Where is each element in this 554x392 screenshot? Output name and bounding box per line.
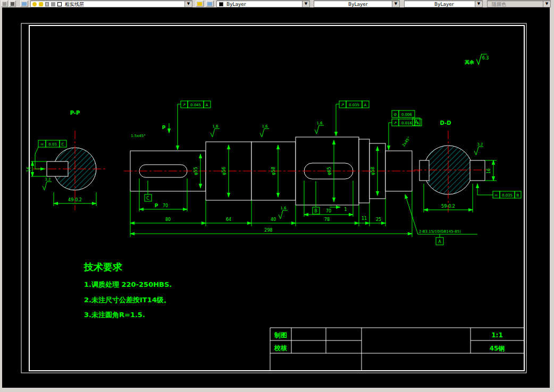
chevron-down-icon[interactable]: ▼ [302,1,309,7]
layer-combo-value: 粗实线层 [65,1,84,7]
roughness-value: 3.2 [45,177,51,182]
keyway-profile [470,160,485,181]
keyway-width-value: 16 [486,168,491,174]
cad-drawing[interactable]: 制图 校核 1:1 45钢 技术要求 1.调质处理 220-250HBS. 2.… [0,0,554,392]
cad-window: { "toolbar": { "layer_value": "粗实线层", "c… [0,0,554,392]
chevron-down-icon[interactable]: ▼ [392,1,399,7]
section-label-right: D-D [440,120,451,126]
plotstyle-combo: 随颜色 ▼ [487,1,551,7]
fcf-datum: A [206,103,208,107]
layers-icon [22,2,27,6]
titleblock-checked-label: 校核 [274,344,287,352]
flat-dim-value: 49-0.2 [68,198,82,202]
generic-icon [3,2,6,6]
keyseat-notch [419,160,429,181]
flat-dim-value: 59-0.2 [441,204,455,209]
layer-previous-button[interactable] [206,1,214,7]
fcf-datum: A [364,103,367,107]
layer-freeze-sun-icon [39,2,43,6]
dia-value: φ58 [271,167,276,175]
section-label-left: P-P [70,110,80,116]
length-value: 70 [163,203,168,208]
tech-req-item-1: 1.调质处理 220-250HBS. [84,280,172,288]
fcf-value: 0.03 [48,142,57,147]
fcf-symbol: ↗ [182,103,186,107]
dia-value: φ56 [222,167,226,175]
layer-lock-icon [45,2,49,6]
layer-combo[interactable]: 粗实线层 ▼ [30,1,192,7]
fcf-symbol: = [494,193,498,198]
lineweight-combo[interactable]: ByLayer ▼ [404,1,483,7]
note-text: 2-B3.15/10(GB145-85) [419,229,461,234]
generic-icon [11,2,14,6]
make-layer-current-button[interactable] [196,1,204,7]
fcf-symbol: ↗ [393,121,397,125]
fcf-value: 0.006 [401,113,413,117]
chevron-down-icon: ▼ [543,1,550,7]
seg-value: 64 [226,217,231,222]
drawing-canvas[interactable]: 制图 校核 1:1 45钢 技术要求 1.调质处理 220-250HBS. 2.… [0,0,554,392]
roughness-prefix: 其余 [464,59,475,65]
toolbar-button-2[interactable] [9,1,16,7]
dia-value: φ65 [327,167,332,175]
layers-back-icon [207,2,212,6]
fcf-symbol: = [40,142,44,147]
plotstyle-combo-value: 随颜色 [492,1,506,7]
datum-letter: B [314,209,317,214]
seg-value: 80 [165,217,171,222]
layer-color-swatch [57,2,62,6]
seg-value: 78 [324,217,330,222]
current-color-swatch [219,2,223,6]
fcf-datum: B [517,193,519,198]
seg-value: 11 [362,216,367,221]
roughness-value: 6.3 [482,56,489,61]
datum-letter: C [146,196,149,201]
tech-req-title: 技术要求 [83,261,123,272]
datum-letter: A [438,240,441,244]
linetype-combo-value: ByLayer [348,1,368,7]
chevron-down-icon[interactable]: ▼ [475,1,482,7]
titleblock-material-value: 45钢 [490,345,505,352]
roughness-value: 1.6 [262,124,268,129]
tech-req-item-2: 2.未注尺寸公差按IT14级。 [84,296,171,304]
layer-wand-icon [197,2,202,6]
total-length-value: 298 [264,228,272,233]
roughness-value: 1.6 [316,121,323,125]
seg-value: 25 [376,217,381,222]
keyway-width-value: 16 [27,167,31,172]
fcf-symbol: ⊘ [393,112,397,117]
fcf-datum: A [417,121,419,125]
chamfer-label-left: 1.5x45° [131,134,146,138]
lineweight-combo-value: ByLayer [434,1,454,7]
length-value: 70 [326,209,331,214]
toolbar: 粗实线层 ▼ ByLayer ▼ ByLayer ▼ ByLayer ▼ 随颜色… [0,0,554,7]
layer-on-bulb-icon [32,2,37,6]
fcf-value: 0.035 [349,103,359,107]
section-cut-marker-bottom: P [155,203,158,208]
color-combo[interactable]: ByLayer ▼ [216,1,310,7]
titleblock-scale-value: 1:1 [491,331,503,339]
fcf-symbol: ↗ [341,103,345,107]
marker-value: 1 [344,207,347,212]
roughness-value: 1.6 [280,206,287,210]
tech-req-item-3: 3.未注圆角R=1.5. [84,311,145,319]
fcf-value: 0.045 [190,103,201,107]
roughness-value: 3.2 [477,142,483,147]
titleblock-drawn-label: 制图 [274,331,287,339]
section-letter: P [162,125,166,130]
fcf-datum: C [62,142,64,147]
roughness-value: 1.6 [212,124,219,129]
layer-plot-printer-icon [51,2,55,6]
fcf-value: 0.016 [401,121,413,125]
color-combo-value: ByLayer [226,1,246,7]
seg-value: 40 [271,217,276,222]
chevron-down-icon[interactable]: ▼ [184,1,192,7]
dia-value: φ58 [371,167,375,175]
layers-dialog-button[interactable] [20,1,28,7]
fcf-value: 0.035 [502,193,513,198]
linetype-combo[interactable]: ByLayer ▼ [314,1,400,7]
dia-value: φ55 [194,167,198,175]
toolbar-button-1[interactable] [1,1,8,7]
